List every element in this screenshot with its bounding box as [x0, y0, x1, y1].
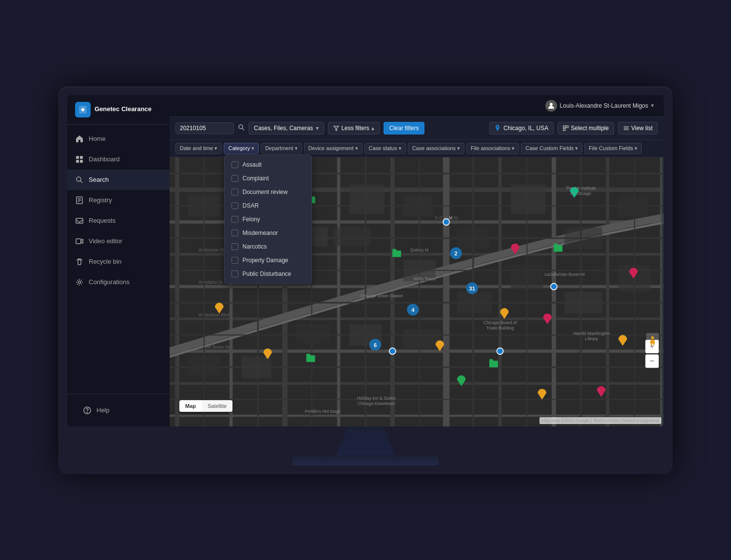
- sidebar-label-recycle-bin: Recycle bin: [89, 258, 121, 265]
- sidebar-item-help[interactable]: Help: [75, 400, 162, 421]
- svg-text:Harold Washington: Harold Washington: [573, 331, 610, 336]
- less-filters-button[interactable]: Less filters ▴: [328, 122, 379, 135]
- dropdown-item-complaint[interactable]: Complaint: [225, 172, 311, 185]
- map-type-satellite[interactable]: Satellite: [202, 400, 232, 412]
- svg-text:W Monroe St: W Monroe St: [199, 248, 224, 252]
- svg-marker-19: [334, 126, 339, 131]
- checkbox-complaint[interactable]: [231, 175, 238, 182]
- type-selector[interactable]: Cases, Files, Cameras ▾: [249, 122, 324, 135]
- filter-device-label: Device assignment: [308, 145, 354, 151]
- filter-file-associations[interactable]: File associations ▾: [466, 143, 519, 154]
- dropdown-item-misdemeanor[interactable]: Misdemeanor: [225, 226, 311, 240]
- dropdown-label-dsar: DSAR: [242, 202, 258, 209]
- svg-text:W Jackson Blvd: W Jackson Blvd: [199, 312, 230, 317]
- checkbox-felony[interactable]: [231, 216, 238, 223]
- sidebar-item-registry[interactable]: Registry: [67, 190, 170, 211]
- sidebar-label-requests: Requests: [89, 217, 115, 224]
- logo-text: Genetec Clearance: [95, 105, 152, 114]
- filter-department[interactable]: Department ▾: [261, 143, 302, 154]
- svg-point-95: [389, 348, 396, 354]
- user-chevron[interactable]: ▾: [651, 102, 654, 109]
- clear-filters-button[interactable]: Clear filters: [384, 122, 425, 135]
- svg-line-128: [654, 344, 654, 346]
- filter-date-time-label: Date and time: [180, 145, 213, 151]
- location-input[interactable]: Chicago, IL, USA: [489, 122, 554, 135]
- svg-text:Chicago Board of: Chicago Board of: [483, 320, 517, 325]
- filter-device-assignment[interactable]: Device assignment ▾: [304, 143, 363, 154]
- filter-date-time[interactable]: Date and time ▾: [175, 143, 222, 154]
- dropdown-label-narcotics: Narcotics: [242, 243, 267, 250]
- checkbox-narcotics[interactable]: [231, 243, 238, 250]
- select-multiple-button[interactable]: Select multiple: [558, 122, 614, 135]
- svg-point-96: [497, 348, 503, 354]
- svg-text:Willis Tower: Willis Tower: [413, 276, 436, 281]
- svg-rect-12: [76, 239, 81, 244]
- svg-rect-1: [76, 156, 79, 159]
- sidebar-item-search[interactable]: Search: [67, 170, 170, 190]
- sidebar-item-configurations[interactable]: Configurations: [67, 272, 170, 292]
- filter-category-label: Category: [228, 145, 250, 151]
- checkbox-assault[interactable]: [231, 161, 238, 168]
- pegman-icon[interactable]: [646, 333, 659, 348]
- dropdown-item-dsar[interactable]: DSAR: [225, 199, 311, 212]
- dropdown-label-property-damage: Property Damage: [242, 257, 288, 264]
- svg-rect-79: [296, 324, 331, 343]
- dropdown-label-assault: Assault: [242, 161, 261, 168]
- sidebar-item-video-editor[interactable]: Video editor: [67, 231, 170, 251]
- svg-text:LaSalle/Van Buren M: LaSalle/Van Buren M: [544, 271, 585, 276]
- filter-case-associations[interactable]: Case associations ▾: [408, 143, 464, 154]
- filter-file-cf-label: File Custom Fields: [589, 145, 633, 151]
- dropdown-item-property-damage[interactable]: Property Damage: [225, 253, 311, 267]
- dropdown-item-assault[interactable]: Assault: [225, 158, 311, 172]
- svg-rect-2: [80, 156, 83, 159]
- sidebar-bottom: Help: [67, 394, 170, 426]
- filter-case-custom-fields[interactable]: Case Custom Fields ▾: [521, 143, 582, 154]
- svg-rect-73: [618, 195, 648, 216]
- svg-rect-3: [76, 160, 79, 163]
- sidebar-logo: Genetec Clearance: [67, 95, 170, 125]
- map-type-map[interactable]: Map: [179, 400, 202, 412]
- avatar: [545, 100, 557, 112]
- svg-rect-85: [661, 157, 664, 426]
- filter-case-status[interactable]: Case status ▾: [365, 143, 406, 154]
- dropdown-item-felony[interactable]: Felony: [225, 212, 311, 226]
- sidebar-label-dashboard: Dashboard: [89, 155, 120, 163]
- dropdown-item-document-review[interactable]: Document review: [225, 185, 311, 199]
- search-input[interactable]: [180, 125, 229, 132]
- svg-rect-71: [511, 184, 546, 214]
- checkbox-misdemeanor[interactable]: [231, 230, 238, 236]
- sidebar-item-home[interactable]: Home: [67, 129, 170, 149]
- view-list-button[interactable]: View list: [618, 122, 658, 135]
- svg-text:Library: Library: [585, 336, 598, 341]
- sidebar-item-requests[interactable]: Requests: [67, 211, 170, 231]
- type-chevron: ▾: [316, 125, 319, 132]
- sidebar: Genetec Clearance Home: [67, 95, 170, 426]
- sidebar-item-recycle-bin[interactable]: Recycle bin: [67, 251, 170, 272]
- sidebar-nav: Home Dashboard: [67, 125, 170, 394]
- dropdown-label-complaint: Complaint: [242, 175, 269, 182]
- filter-file-custom-fields[interactable]: File Custom Fields ▾: [584, 143, 642, 154]
- username: Louis-Alexandre St-Laurent Migos: [560, 102, 648, 109]
- dropdown-item-public-disturbance[interactable]: Public Disturbance: [225, 267, 311, 281]
- search-wrap[interactable]: [175, 122, 234, 134]
- checkbox-property-damage[interactable]: [231, 257, 238, 264]
- svg-line-18: [242, 128, 244, 130]
- sidebar-item-dashboard[interactable]: Dashboard: [67, 149, 170, 170]
- svg-rect-83: [242, 356, 271, 378]
- svg-point-5: [77, 177, 81, 181]
- dashboard-icon: [75, 155, 84, 164]
- svg-text:6: 6: [374, 342, 377, 348]
- svg-point-16: [550, 103, 553, 106]
- svg-point-13: [78, 281, 81, 283]
- sidebar-label-video-editor: Video editor: [89, 237, 122, 245]
- filter-category[interactable]: Category ▾ Assault Complaint: [224, 143, 259, 154]
- checkbox-dsar[interactable]: [231, 202, 238, 209]
- search-button[interactable]: [238, 124, 245, 132]
- checkbox-public-disturbance[interactable]: [231, 270, 238, 277]
- zoom-out-button[interactable]: −: [645, 354, 659, 368]
- svg-rect-70: [457, 227, 489, 249]
- checkbox-document-review[interactable]: [231, 189, 238, 195]
- dropdown-item-narcotics[interactable]: Narcotics: [225, 240, 311, 253]
- svg-point-126: [651, 336, 654, 339]
- svg-text:M: M: [449, 215, 452, 220]
